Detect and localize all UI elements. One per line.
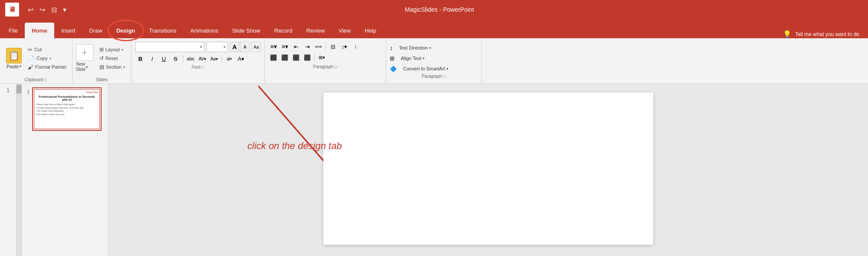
font-case-button[interactable]: Aa▾ xyxy=(209,53,219,64)
font-expander[interactable]: ⬡ xyxy=(201,65,204,70)
clipboard-buttons: ✂ Cut 📄 Copy ▾ 🖌 Format Painter xyxy=(26,46,69,71)
tab-help[interactable]: Help xyxy=(358,23,383,38)
increase-indent-button[interactable]: ⇥ xyxy=(302,42,312,51)
vertical-scrollbar[interactable] xyxy=(16,84,22,256)
paste-arrow: ▾ xyxy=(20,64,21,68)
paragraph-expander[interactable]: ⬡ xyxy=(334,65,338,69)
tab-review[interactable]: Review xyxy=(299,23,332,38)
strikethrough-button[interactable]: S xyxy=(170,53,181,64)
convert-smartart-button[interactable]: Convert to SmartArt ▾ xyxy=(400,64,451,73)
tab-draw[interactable]: Draw xyxy=(82,23,109,38)
col-layout-button[interactable]: ⊟ xyxy=(328,42,338,51)
layout-button[interactable]: ⊞ Layout ▾ xyxy=(97,46,128,53)
undo-button[interactable]: ↩ xyxy=(26,5,35,15)
section-icon: ▤ xyxy=(99,64,104,70)
font-row1: ▾ ▾ A A Aa xyxy=(135,42,261,52)
clipboard-group-label: Clipboard ⬡ xyxy=(3,76,69,83)
slide-canvas xyxy=(323,93,653,245)
format-painter-label: Format Painter xyxy=(35,64,67,70)
new-slide-icon: + xyxy=(76,44,93,61)
section-label: Section xyxy=(106,64,122,70)
slide-thumb-image[interactable]: MagicSlides Professional Presentations i… xyxy=(32,87,102,131)
window-title: MagicSlides - PowerPoint xyxy=(68,6,811,13)
text-direction-inline-button[interactable]: ⟺ xyxy=(313,42,324,51)
bold-button[interactable]: B xyxy=(135,53,145,64)
text-direction-arrow: ▾ xyxy=(429,46,431,50)
tab-design[interactable]: Design xyxy=(109,23,142,38)
cut-button[interactable]: ✂ Cut xyxy=(26,46,69,54)
para-row2: ⬛ ⬛ ⬛ ⬛ ⊞▾ xyxy=(268,53,382,62)
smartart-icon: 🔷 xyxy=(390,66,397,72)
text-direction-button[interactable]: Text Direction ▾ xyxy=(396,43,434,52)
section-button[interactable]: ▤ Section ▾ xyxy=(97,63,128,71)
tab-record[interactable]: Record xyxy=(267,23,299,38)
paste-label: Paste xyxy=(7,64,19,69)
reset-button[interactable]: ↺ Reset xyxy=(97,54,128,62)
text-direction-group: ↕ Text Direction ▾ ⊞ Align Text ▾ 🔷 Conv… xyxy=(386,38,482,83)
main-area: 1 1 MagicSlides Professional Presentatio… xyxy=(0,84,868,256)
scrollbar-thumb[interactable] xyxy=(16,85,22,93)
highlight-color-button[interactable]: A▾ xyxy=(236,53,246,64)
align-justify-button[interactable]: ⬛ xyxy=(302,53,312,62)
clipboard-group-content: 📋 Paste ▾ ✂ Cut 📄 Copy ▾ 🖌 For xyxy=(3,40,69,76)
bullets-button[interactable]: ≡▾ xyxy=(268,42,279,51)
shadow-button[interactable]: abc xyxy=(185,53,196,64)
format-painter-button[interactable]: 🖌 Format Painter xyxy=(26,63,69,71)
copy-icon: 📄 xyxy=(28,55,35,62)
redo-button[interactable]: ↪ xyxy=(38,5,47,15)
canvas-area: click on the design tab xyxy=(108,84,868,256)
font-name-box[interactable]: ▾ xyxy=(135,42,204,52)
section-arrow: ▾ xyxy=(123,65,125,69)
para-separator-1 xyxy=(326,42,326,51)
paste-button[interactable]: 📋 Paste ▾ xyxy=(3,47,24,70)
font-group-label: Font ⬡ xyxy=(135,64,261,71)
save-button[interactable]: ⊟ xyxy=(49,5,59,15)
align-text-row: ⊞ Align Text ▾ xyxy=(390,54,478,63)
decrease-indent-button[interactable]: ⇤ xyxy=(291,42,301,51)
align-right-button[interactable]: ⬛ xyxy=(291,53,301,62)
font-separator-2 xyxy=(221,54,222,63)
align-left-button[interactable]: ⬛ xyxy=(268,53,279,62)
increase-font-size-button[interactable]: A xyxy=(230,42,239,52)
numbering-button[interactable]: ≡▾ xyxy=(279,42,290,51)
font-color-button[interactable]: al▾ xyxy=(224,53,234,64)
col-count-button[interactable]: ⊞▾ xyxy=(316,53,327,62)
tab-transitions[interactable]: Transitions xyxy=(142,23,183,38)
quick-access-toolbar: ↩ ↪ ⊟ ▾ xyxy=(26,5,68,15)
tab-animations[interactable]: Animations xyxy=(183,23,225,38)
align-text-button[interactable]: Align Text ▾ xyxy=(398,54,427,63)
text-direction-label: Text Direction xyxy=(399,45,428,50)
underline-button[interactable]: U xyxy=(158,53,169,64)
cut-label: Cut xyxy=(34,47,42,52)
new-slide-button[interactable]: + NewSlide ▾ xyxy=(76,44,93,72)
line-spacing-button[interactable]: ↕▾ xyxy=(339,42,349,51)
convert-smartart-row: 🔷 Convert to SmartArt ▾ xyxy=(390,64,478,73)
para-separator-2 xyxy=(314,53,315,62)
decrease-font-size-button[interactable]: A xyxy=(240,42,250,52)
font-controls: ▾ ▾ A A Aa B I U S abc AV▾ xyxy=(135,40,261,64)
copy-button[interactable]: 📄 Copy ▾ xyxy=(26,54,69,63)
clipboard-expander[interactable]: ⬡ xyxy=(44,78,47,82)
tab-file[interactable]: File xyxy=(2,23,25,38)
tell-me-field[interactable]: Tell me what you want to do xyxy=(795,31,859,37)
italic-button[interactable]: I xyxy=(147,53,157,64)
text-direction-expander[interactable]: ⬡ xyxy=(443,74,446,79)
reset-label: Reset xyxy=(105,56,118,61)
clear-format-button[interactable]: Aa xyxy=(251,42,261,52)
tab-insert[interactable]: Insert xyxy=(54,23,82,38)
new-slide-arrow: ▾ xyxy=(86,65,88,69)
align-center-button[interactable]: ⬛ xyxy=(279,53,290,62)
quick-access-dropdown[interactable]: ▾ xyxy=(61,5,68,15)
tab-home[interactable]: Home xyxy=(25,23,54,38)
para-spacing-button[interactable]: ↕ xyxy=(350,42,361,51)
char-spacing-button[interactable]: AV▾ xyxy=(197,53,207,64)
tab-view[interactable]: View xyxy=(332,23,358,38)
font-size-box[interactable]: ▾ xyxy=(206,42,228,52)
slide-thumb-border xyxy=(34,89,100,129)
paste-icon: 📋 xyxy=(6,48,22,63)
slide-thumbnail-1[interactable]: 1 MagicSlides Professional Presentations… xyxy=(23,87,106,131)
slides-group-content: + NewSlide ▾ ⊞ Layout ▾ ↺ Reset ▤ xyxy=(76,40,128,76)
tab-slideshow[interactable]: Slide Show xyxy=(225,23,267,38)
align-text-icon: ⊞ xyxy=(390,55,395,62)
title-bar-left: 🖥 ↩ ↪ ⊟ ▾ xyxy=(5,3,68,17)
